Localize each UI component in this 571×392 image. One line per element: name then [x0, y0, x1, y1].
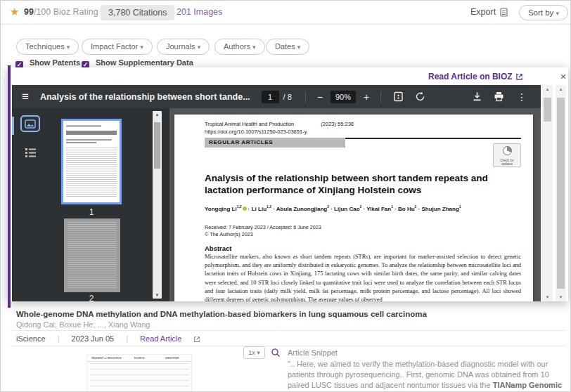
zoom-level[interactable]: 90%: [331, 91, 356, 103]
filter-journals[interactable]: Journals ▾: [157, 39, 210, 55]
page-2-thumbnail[interactable]: [64, 218, 120, 292]
show-patents-toggle[interactable]: ✓Show Patents: [15, 58, 80, 68]
scrollbar-thumb[interactable]: [154, 122, 160, 169]
page-1-thumbnail[interactable]: [61, 119, 122, 204]
fit-to-page-icon[interactable]: [393, 91, 404, 102]
more-options-icon[interactable]: ⋮: [517, 91, 527, 103]
filter-label: Techniques: [25, 42, 67, 51]
thumbnails-view-icon[interactable]: [20, 115, 40, 132]
pdf-page-1: Tropical Animal Health and Production(20…: [174, 115, 533, 301]
figure-col-header: IDENTIFIER: [155, 357, 188, 360]
section-rule: [345, 138, 521, 139]
filter-label: Dates: [275, 42, 297, 51]
bioz-product-page: ★ 99/100 Bioz Ratingi 3,780 Citations 20…: [0, 0, 571, 392]
scroll-down-icon[interactable]: ▼: [153, 293, 162, 297]
pdf-preview-modal: Read Article on BIOZ × ≡ Analysis of the…: [8, 67, 568, 301]
pdf-scrollbar[interactable]: ▲ ▼: [542, 85, 553, 301]
filter-dates[interactable]: Dates ▾: [266, 39, 309, 55]
rotate-icon[interactable]: [415, 91, 425, 102]
bioz-rating: 99/100 Bioz Ratingi: [24, 7, 109, 18]
scroll-up-icon[interactable]: ▲: [153, 112, 162, 117]
filter-techniques[interactable]: Techniques ▾: [16, 39, 79, 55]
read-article-on-bioz-link[interactable]: Read Article on BIOZ: [428, 72, 523, 81]
active-view-indicator: [12, 117, 14, 135]
scroll-up-icon[interactable]: ▲: [556, 87, 566, 91]
article-title: Analysis of the relationship between sho…: [205, 172, 514, 196]
page-number-input[interactable]: 1: [262, 91, 279, 103]
filter-impact-factor[interactable]: Impact Factor ▾: [82, 39, 153, 55]
pdf-body: 1 2 ▲ ▼ Tropical Animal Health and Produ…: [12, 108, 541, 301]
abstract-heading: Abstract: [205, 244, 232, 252]
pdf-viewer: ≡ Analysis of the relationship between s…: [12, 85, 541, 301]
toggle-label: Show Patents: [30, 58, 80, 67]
top-bar: ★ 99/100 Bioz Ratingi 3,780 Citations 20…: [1, 1, 570, 25]
check-updates-text: updates: [501, 162, 513, 166]
rating-score: 99: [24, 7, 34, 17]
figure-table-thumbnail[interactable]: REAGENT or RESOURCE SOURCE IDENTIFIER: [86, 354, 192, 392]
chevron-down-icon: ▾: [140, 44, 143, 51]
citation-title[interactable]: Whole-genome DNA methylation and DNA met…: [16, 310, 427, 318]
scrollbar-thumb[interactable]: [557, 98, 565, 289]
scroll-up-icon[interactable]: ▲: [542, 87, 553, 91]
abstract-text: Microsatellite markers, also known as sh…: [205, 253, 521, 301]
scroll-down-icon[interactable]: ▼: [542, 295, 553, 299]
filter-label: Authors: [224, 42, 252, 51]
article-authors: Yongqing Li1,2 · Li Liu1,2 · Abula Zunon…: [205, 204, 521, 212]
article-snippet-text: ".. Here, we aimed to verify the methyla…: [288, 359, 567, 392]
sort-by-label: Sort by: [528, 8, 556, 17]
outline-view-icon[interactable]: [22, 145, 39, 160]
journal-name: iScience: [16, 334, 46, 343]
external-link-icon: [515, 73, 523, 81]
sidebar-scrollbar[interactable]: ▲ ▼: [153, 111, 162, 299]
copyright-line: © The Author(s) 2023: [205, 231, 253, 237]
read-article-label: Read Article: [140, 334, 181, 343]
modal-scrollbar[interactable]: ▲ ▼: [556, 85, 566, 301]
chevron-down-icon: ▾: [67, 44, 70, 51]
images-count[interactable]: 201 Images: [177, 7, 222, 17]
snippet-zoom-dropdown[interactable]: 1x ▾: [243, 346, 265, 359]
figure-table-header: REAGENT or RESOURCE SOURCE IDENTIFIER: [87, 355, 191, 362]
read-link-label: Read Article on BIOZ: [428, 72, 513, 81]
search-icon[interactable]: [271, 348, 281, 360]
chevron-down-icon: ▾: [257, 349, 260, 356]
close-icon[interactable]: ×: [557, 70, 570, 82]
page-2-label: 2: [61, 294, 122, 301]
article-snippet-label: Article Snippet: [288, 348, 338, 357]
print-icon[interactable]: [494, 91, 504, 102]
pdf-toolbar: ≡ Analysis of the relationship between s…: [12, 85, 541, 108]
zoom-in-button[interactable]: +: [364, 92, 369, 102]
citation-meta-row: iScience | 2023 Jun 05 | Read Article: [11, 330, 565, 346]
page-total: / 8: [283, 93, 292, 101]
page-1-thumbnail-content: [66, 124, 117, 200]
check-for-updates-badge[interactable]: Check forupdates: [493, 143, 521, 167]
scrollbar-thumb[interactable]: [544, 98, 551, 122]
export-button[interactable]: Export: [470, 7, 508, 17]
sort-by-dropdown[interactable]: Sort by ▾: [519, 5, 568, 20]
journal-name: Tropical Animal Health and Production: [205, 121, 294, 127]
rating-rest: /100 Bioz Rating: [34, 7, 98, 17]
doi-line: https://doi.org/10.1007/s11250-023-03651…: [205, 129, 307, 135]
download-icon[interactable]: [472, 91, 482, 102]
citations-count[interactable]: 3,780 Citations: [101, 5, 174, 20]
show-supplementary-toggle[interactable]: ✓Show Supplementary Data: [82, 58, 193, 68]
bioz-rating-star-icon: ★: [10, 6, 19, 18]
article-card-accent-bar: [8, 65, 11, 308]
citation-authors: Qidong Cai, Boxue He, ..., Xiang Wang: [16, 320, 150, 329]
scroll-down-icon[interactable]: ▼: [556, 295, 566, 299]
chevron-down-icon: ▾: [297, 44, 301, 51]
filter-authors[interactable]: Authors ▾: [214, 39, 265, 55]
chevron-down-icon: ▾: [198, 44, 201, 51]
figure-col-header: REAGENT or RESOURCE: [90, 357, 123, 360]
journal-line: Tropical Animal Health and Production(20…: [205, 121, 354, 127]
divider: |: [58, 334, 60, 343]
read-article-link[interactable]: Read Article: [140, 334, 200, 343]
toolbar-divider: [380, 91, 381, 103]
export-label: Export: [470, 7, 496, 17]
pdf-sidebar: 1 2 ▲ ▼: [12, 108, 169, 301]
export-csv-icon: [499, 8, 508, 17]
filter-label: Journals: [166, 42, 198, 51]
zoom-out-button[interactable]: −: [317, 92, 323, 102]
menu-icon[interactable]: ≡: [22, 90, 29, 104]
publication-date: 2023 Jun 05: [72, 334, 115, 343]
toggle-label: Show Supplementary Data: [96, 58, 193, 67]
